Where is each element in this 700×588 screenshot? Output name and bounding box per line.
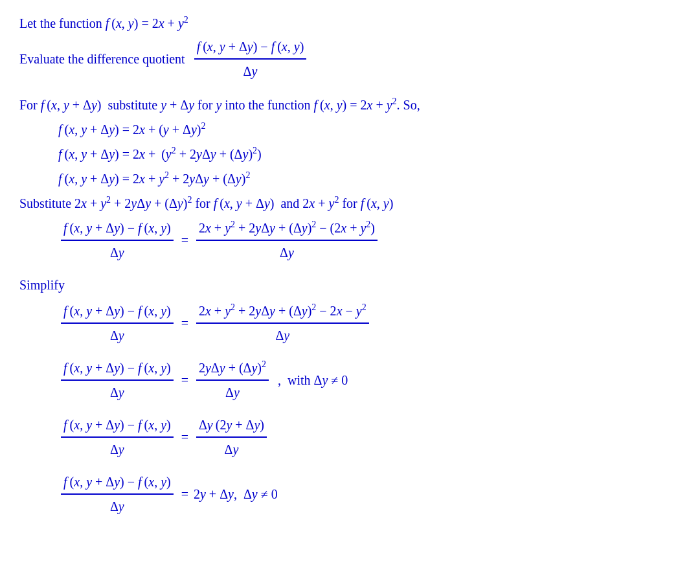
fraction-main-def: f (x, y + Δy) − f (x, y) Δy [194, 36, 307, 82]
line-simplify-final: f (x, y + Δy) − f (x, y) Δy = 2y + Δy, Δ… [58, 471, 681, 517]
fraction-lhs-3: f (x, y + Δy) − f (x, y) Δy [61, 357, 174, 403]
line-expand-step1: f (x, y + Δy) = 2x + (y + Δy)2 [58, 119, 681, 140]
line-simplify-step1: f (x, y + Δy) − f (x, y) Δy = 2x + y2 + … [58, 300, 681, 346]
line-substitute-intro: For f (x, y + Δy) substitute y + Δy for … [19, 95, 681, 115]
simplify-label: Simplify [19, 275, 681, 295]
line-simplify-step2: f (x, y + Δy) − f (x, y) Δy = 2yΔy + (Δy… [58, 357, 681, 403]
line-evaluate-diff-quotient: Evaluate the difference quotient f (x, y… [19, 36, 681, 82]
line-expand-step2: f (x, y + Δy) = 2x + (y2 + 2yΔy + (Δy)2) [58, 144, 681, 164]
line-let-function: Let the function f (x, y) = 2x + y2 [19, 13, 681, 34]
evaluate-prefix: Evaluate the difference quotient [19, 49, 192, 69]
line-expand-step3: f (x, y + Δy) = 2x + y2 + 2yΔy + (Δy)2 [58, 168, 681, 189]
fraction-lhs-1: f (x, y + Δy) − f (x, y) Δy [61, 218, 174, 263]
math-content: Let the function f (x, y) = 2x + y2 Eval… [19, 13, 681, 517]
fraction-lhs-5: f (x, y + Δy) − f (x, y) Δy [61, 471, 174, 517]
line-simplify-step3: f (x, y + Δy) − f (x, y) Δy = Δy (2y + Δ… [58, 414, 681, 460]
fraction-rhs-2: 2x + y2 + 2yΔy + (Δy)2 − 2x − y2 Δy [196, 300, 369, 346]
fraction-lhs-4: f (x, y + Δy) − f (x, y) Δy [61, 414, 174, 460]
line-fraction-substituted: f (x, y + Δy) − f (x, y) Δy = 2x + y2 + … [58, 218, 681, 263]
final-result: 2y + Δy, Δy ≠ 0 [194, 484, 278, 504]
fraction-rhs-1: 2x + y2 + 2yΔy + (Δy)2 − (2x + y2) Δy [196, 218, 378, 263]
fraction-lhs-2: f (x, y + Δy) − f (x, y) Δy [61, 300, 174, 346]
fraction-rhs-4: Δy (2y + Δy) Δy [196, 414, 267, 460]
line-substitute-back: Substitute 2x + y2 + 2yΔy + (Δy)2 for f … [19, 193, 681, 214]
fraction-rhs-3: 2yΔy + (Δy)2 Δy [196, 357, 269, 403]
